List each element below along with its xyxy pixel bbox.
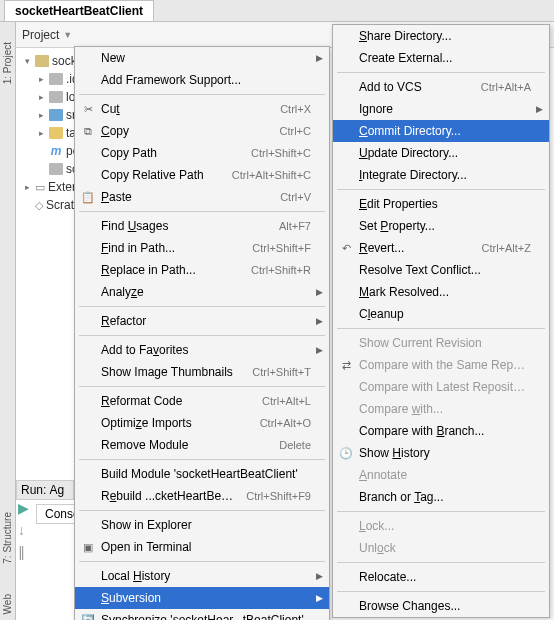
menu-item[interactable]: Copy PathCtrl+Shift+C	[75, 142, 329, 164]
menu-item[interactable]: Rebuild ...cketHeartBeatClient'Ctrl+Shif…	[75, 485, 329, 507]
menu-item-label: Analyze	[101, 285, 311, 299]
menu-item[interactable]: Update Directory...	[333, 142, 549, 164]
menu-item-label: New	[101, 51, 311, 65]
menu-shortcut: Ctrl+Alt+Z	[481, 242, 531, 254]
menu-item[interactable]: Add to Favorites▶	[75, 339, 329, 361]
editor-tab[interactable]: socketHeartBeatClient	[4, 0, 154, 21]
menu-item[interactable]: Local History▶	[75, 565, 329, 587]
menu-item[interactable]: ⧉CopyCtrl+C	[75, 120, 329, 142]
menu-shortcut: Alt+F7	[279, 220, 311, 232]
menu-shortcut: Ctrl+Alt+L	[262, 395, 311, 407]
menu-item[interactable]: Compare with Branch...	[333, 420, 549, 442]
submenu-arrow-icon: ▶	[316, 571, 323, 581]
menu-item-label: Mark Resolved...	[359, 285, 531, 299]
menu-item[interactable]: Browse Changes...	[333, 595, 549, 617]
menu-item[interactable]: 📋PasteCtrl+V	[75, 186, 329, 208]
menu-item[interactable]: Add Framework Support...	[75, 69, 329, 91]
submenu-arrow-icon: ▶	[316, 316, 323, 326]
menu-item-label: Copy Relative Path	[101, 168, 222, 182]
menu-item-label: Find in Path...	[101, 241, 242, 255]
menu-shortcut: Ctrl+V	[280, 191, 311, 203]
menu-item-label: Create External...	[359, 51, 531, 65]
menu-item[interactable]: Copy Relative PathCtrl+Alt+Shift+C	[75, 164, 329, 186]
menu-item[interactable]: ✂CutCtrl+X	[75, 98, 329, 120]
left-edge-tabs: 7: Structure Web	[2, 512, 13, 614]
menu-item[interactable]: Find in Path...Ctrl+Shift+F	[75, 237, 329, 259]
menu-item[interactable]: Replace in Path...Ctrl+Shift+R	[75, 259, 329, 281]
menu-item[interactable]: Create External...	[333, 47, 549, 69]
submenu-arrow-icon: ▶	[316, 53, 323, 63]
menu-item: Annotate	[333, 464, 549, 486]
menu-item[interactable]: Set Property...	[333, 215, 549, 237]
menu-item-label: Paste	[101, 190, 270, 204]
menu-item[interactable]: New▶	[75, 47, 329, 69]
menu-item[interactable]: 🔄Synchronize 'socketHear...tBeatClient'	[75, 609, 329, 620]
menu-item[interactable]: Resolve Text Conflict...	[333, 259, 549, 281]
menu-item[interactable]: Edit Properties	[333, 193, 549, 215]
menu-item[interactable]: Refactor▶	[75, 310, 329, 332]
menu-shortcut: Ctrl+Alt+Shift+C	[232, 169, 311, 181]
menu-item[interactable]: 🕒Show History	[333, 442, 549, 464]
menu-item-label: Commit Directory...	[359, 124, 531, 138]
menu-shortcut: Ctrl+Alt+O	[260, 417, 311, 429]
menu-item[interactable]: Branch or Tag...	[333, 486, 549, 508]
menu-item[interactable]: Relocate...	[333, 566, 549, 588]
menu-item-label: Add to VCS	[359, 80, 471, 94]
menu-item-label: Add Framework Support...	[101, 73, 311, 87]
menu-item-label: Compare with Branch...	[359, 424, 531, 438]
menu-item-label: Browse Changes...	[359, 599, 531, 613]
menu-item-label: Relocate...	[359, 570, 531, 584]
menu-item[interactable]: Build Module 'socketHeartBeatClient'	[75, 463, 329, 485]
web-tool-tab[interactable]: Web	[2, 594, 13, 614]
menu-item[interactable]: Show in Explorer	[75, 514, 329, 536]
menu-item-label: Compare with the Same Repository Version	[359, 358, 531, 372]
menu-item[interactable]: Remove ModuleDelete	[75, 434, 329, 456]
menu-item-icon: 🔄	[80, 614, 96, 621]
menu-item[interactable]: Find UsagesAlt+F7	[75, 215, 329, 237]
menu-item[interactable]: Mark Resolved...	[333, 281, 549, 303]
menu-item-label: Find Usages	[101, 219, 269, 233]
menu-shortcut: Delete	[279, 439, 311, 451]
chevron-down-icon[interactable]: ▼	[63, 30, 72, 40]
menu-item[interactable]: Share Directory...	[333, 25, 549, 47]
project-tool-tab[interactable]: 1: Project	[2, 42, 13, 84]
menu-item-icon: 📋	[80, 191, 96, 204]
menu-item[interactable]: Show Image ThumbnailsCtrl+Shift+T	[75, 361, 329, 383]
run-tool-header[interactable]: Run: Ag	[16, 480, 74, 500]
menu-item-label: Integrate Directory...	[359, 168, 531, 182]
structure-tool-tab[interactable]: 7: Structure	[2, 512, 13, 564]
menu-shortcut: Ctrl+C	[280, 125, 311, 137]
project-view-selector[interactable]: Project	[22, 28, 59, 42]
menu-item[interactable]: Optimize ImportsCtrl+Alt+O	[75, 412, 329, 434]
menu-item[interactable]: Reformat CodeCtrl+Alt+L	[75, 390, 329, 412]
menu-item-label: Share Directory...	[359, 29, 531, 43]
menu-item-icon: 🕒	[338, 447, 354, 460]
menu-item[interactable]: Commit Directory...	[333, 120, 549, 142]
menu-item-label: Update Directory...	[359, 146, 531, 160]
menu-item[interactable]: Subversion▶	[75, 587, 329, 609]
menu-item-label: Remove Module	[101, 438, 269, 452]
menu-item[interactable]: ▣Open in Terminal	[75, 536, 329, 558]
menu-item: Unlock	[333, 537, 549, 559]
menu-item-label: Show History	[359, 446, 531, 460]
menu-item-icon: ✂	[80, 103, 96, 116]
run-toolbar: ▶ ↓ ‖	[18, 500, 29, 560]
menu-item[interactable]: Analyze▶	[75, 281, 329, 303]
menu-item-label: Copy	[101, 124, 270, 138]
menu-item[interactable]: Add to VCSCtrl+Alt+A	[333, 76, 549, 98]
menu-item[interactable]: ↶Revert...Ctrl+Alt+Z	[333, 237, 549, 259]
menu-shortcut: Ctrl+Shift+F9	[246, 490, 311, 502]
run-icon[interactable]: ▶	[18, 500, 29, 516]
menu-item-label: Cut	[101, 102, 270, 116]
menu-item-label: Cleanup	[359, 307, 531, 321]
menu-item-icon: ⧉	[80, 125, 96, 138]
menu-item[interactable]: Ignore▶	[333, 98, 549, 120]
context-menu-main: New▶Add Framework Support...✂CutCtrl+X⧉C…	[74, 46, 330, 620]
menu-item-label: Replace in Path...	[101, 263, 241, 277]
menu-item[interactable]: Integrate Directory...	[333, 164, 549, 186]
menu-item[interactable]: Cleanup	[333, 303, 549, 325]
menu-item-label: Annotate	[359, 468, 531, 482]
menu-item: ⇄Compare with the Same Repository Versio…	[333, 354, 549, 376]
pause-icon[interactable]: ‖	[18, 544, 29, 560]
stop-icon[interactable]: ↓	[18, 522, 29, 538]
